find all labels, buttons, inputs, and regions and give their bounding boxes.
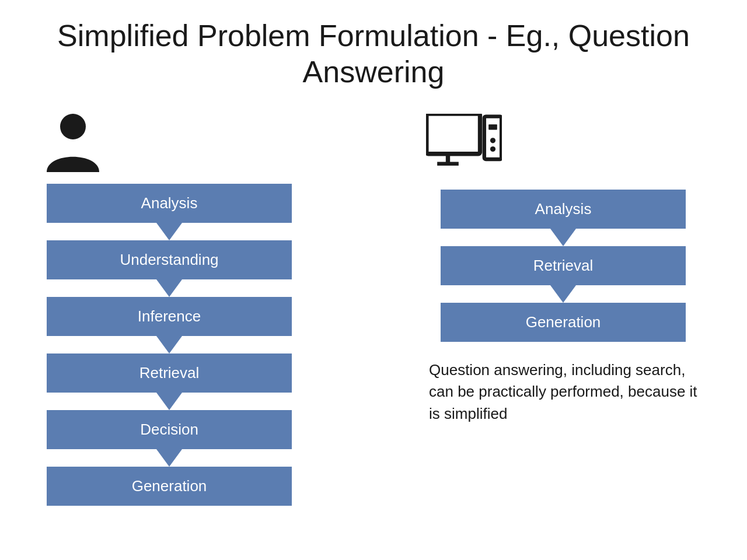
right-column: Analysis Retrieval Generation Question a… xyxy=(391,108,718,425)
arrow-3 xyxy=(156,336,182,354)
description-text: Question answering, including search, ca… xyxy=(429,359,697,425)
left-box-understanding: Understanding xyxy=(47,240,292,279)
svg-point-7 xyxy=(490,138,495,143)
person-icon xyxy=(47,114,99,172)
title-area: Simplified Problem Formulation - Eg., Qu… xyxy=(29,18,718,90)
svg-rect-2 xyxy=(431,118,476,149)
page-container: Simplified Problem Formulation - Eg., Qu… xyxy=(0,0,747,560)
left-box-analysis: Analysis xyxy=(47,184,292,223)
svg-rect-6 xyxy=(488,124,497,130)
svg-rect-4 xyxy=(437,162,459,165)
right-box-generation: Generation xyxy=(441,303,686,342)
left-box-generation: Generation xyxy=(47,467,292,506)
content-area: Analysis Understanding Inference Retriev… xyxy=(29,108,718,542)
left-column: Analysis Understanding Inference Retriev… xyxy=(29,108,309,506)
right-arrow-1 xyxy=(550,229,576,246)
left-box-decision: Decision xyxy=(47,410,292,449)
right-box-retrieval: Retrieval xyxy=(441,246,686,285)
svg-point-0 xyxy=(60,114,86,139)
arrow-2 xyxy=(156,279,182,297)
right-arrow-2 xyxy=(550,285,576,303)
left-box-inference: Inference xyxy=(47,297,292,336)
arrow-5 xyxy=(156,449,182,467)
svg-point-8 xyxy=(490,146,495,152)
right-flow-wrapper: Analysis Retrieval Generation Question a… xyxy=(391,190,718,425)
arrow-4 xyxy=(156,393,182,410)
left-box-retrieval: Retrieval xyxy=(47,354,292,393)
arrow-1 xyxy=(156,223,182,240)
right-box-analysis: Analysis xyxy=(441,190,686,229)
page-title: Simplified Problem Formulation - Eg., Qu… xyxy=(29,18,718,90)
computer-icon xyxy=(426,114,502,178)
left-flow-container: Analysis Understanding Inference Retriev… xyxy=(29,184,309,506)
